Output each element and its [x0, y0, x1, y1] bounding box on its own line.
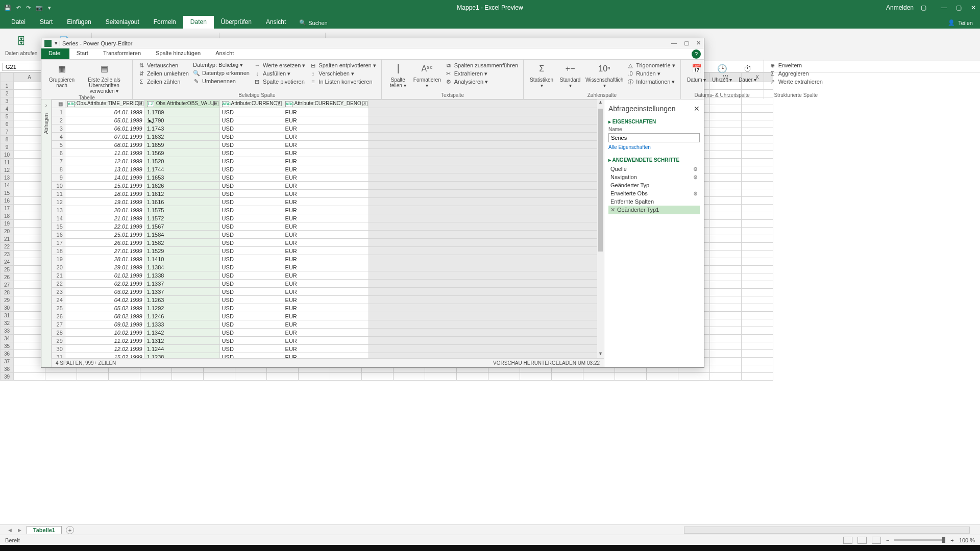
- pq-cell[interactable]: 13.01.1999: [65, 165, 144, 173]
- pq-cell[interactable]: USD: [219, 345, 283, 353]
- pq-row-number[interactable]: 7: [52, 157, 65, 165]
- excel-cell[interactable]: [710, 197, 742, 205]
- pq-cell[interactable]: EUR: [283, 173, 369, 182]
- pq-cell[interactable]: USD: [219, 280, 283, 288]
- pq-column-header[interactable]: ABCObs.Attribute:TIME_PERIOD▾: [65, 100, 144, 108]
- pq-cell[interactable]: EUR: [283, 141, 369, 149]
- pq-maximize-icon[interactable]: ▢: [684, 40, 689, 46]
- pq-cell[interactable]: 1.1246: [144, 312, 219, 320]
- excel-row-header[interactable]: 1: [1, 82, 14, 90]
- excel-tab-datei[interactable]: Datei: [4, 16, 33, 29]
- pq-cell[interactable]: EUR: [283, 108, 369, 116]
- excel-cell[interactable]: [552, 373, 583, 381]
- pq-query-pane-collapsed[interactable]: › Abfragen: [41, 99, 52, 367]
- excel-cell[interactable]: [710, 358, 742, 365]
- view-layout-button[interactable]: [857, 537, 867, 544]
- excel-cell[interactable]: [742, 342, 773, 350]
- pq-cell[interactable]: USD: [219, 231, 283, 239]
- minimize-icon[interactable]: —: [941, 4, 947, 11]
- excel-cell[interactable]: [742, 166, 773, 174]
- pq-row-number[interactable]: 27: [52, 320, 65, 329]
- pq-cell[interactable]: USD: [219, 157, 283, 165]
- excel-cell[interactable]: [710, 365, 742, 373]
- pq-cell[interactable]: 1.1582: [144, 239, 219, 247]
- excel-cell[interactable]: [742, 205, 773, 212]
- pq-cell[interactable]: USD: [219, 263, 283, 271]
- excel-cell[interactable]: [520, 373, 552, 381]
- unpivot-button[interactable]: ⊟Spalten entpivotieren ▾: [309, 62, 376, 69]
- pq-cell[interactable]: 02.02.1999: [65, 280, 144, 288]
- excel-row-header[interactable]: 14: [1, 182, 14, 189]
- excel-tab-daten[interactable]: Daten: [183, 16, 214, 29]
- pq-cell[interactable]: EUR: [283, 255, 369, 263]
- pq-close-icon[interactable]: ✕: [696, 40, 701, 46]
- trig-button[interactable]: △Trigonometrie ▾: [627, 62, 675, 69]
- excel-row-header[interactable]: 6: [1, 120, 14, 128]
- excel-cell[interactable]: [710, 205, 742, 212]
- pq-cell[interactable]: EUR: [283, 222, 369, 231]
- pq-data-grid[interactable]: ▦ABCObs.Attribute:TIME_PERIOD▾1.2Obs.Att…: [52, 99, 604, 358]
- format-button[interactable]: AˢᶜFormatieren ▾: [413, 62, 441, 88]
- pq-help-icon[interactable]: ?: [692, 49, 701, 59]
- zoom-in-button[interactable]: +: [950, 537, 953, 543]
- pq-cell[interactable]: EUR: [283, 280, 369, 288]
- pq-cell[interactable]: EUR: [283, 239, 369, 247]
- parse-button[interactable]: ⚙Analysieren ▾: [445, 78, 518, 85]
- pq-cell[interactable]: 1.1292: [144, 304, 219, 312]
- excel-row-header[interactable]: 18: [1, 212, 14, 220]
- pq-cell[interactable]: USD: [219, 190, 283, 198]
- excel-cell[interactable]: [394, 373, 425, 381]
- pq-cell[interactable]: EUR: [283, 320, 369, 329]
- excel-cell[interactable]: [742, 273, 773, 281]
- split-column-button[interactable]: ⎮Spalte teilen ▾: [387, 62, 409, 88]
- pq-cell[interactable]: EUR: [283, 149, 369, 157]
- pq-cell[interactable]: 1.1569: [144, 149, 219, 157]
- excel-cell[interactable]: [742, 358, 773, 365]
- pq-cell[interactable]: 08.01.1999: [65, 141, 144, 149]
- sheet-prev-icon[interactable]: ◄: [7, 527, 13, 533]
- pq-cell[interactable]: 10.02.1999: [65, 329, 144, 337]
- excel-cell[interactable]: [710, 296, 742, 304]
- pq-row-number[interactable]: 19: [52, 255, 65, 263]
- query-name-input[interactable]: [608, 133, 700, 142]
- pq-row-number[interactable]: 18: [52, 247, 65, 255]
- excel-cell[interactable]: [710, 220, 742, 228]
- excel-tab-einfügen[interactable]: Einfügen: [60, 16, 98, 29]
- pq-cell[interactable]: 28.01.1999: [65, 255, 144, 263]
- count-rows-button[interactable]: ΣZeilen zählen: [138, 78, 189, 85]
- pq-row-number[interactable]: 29: [52, 337, 65, 345]
- pq-cell[interactable]: 11.01.1999: [65, 149, 144, 157]
- pq-minimize-icon[interactable]: —: [671, 40, 677, 46]
- pq-cell[interactable]: USD: [219, 165, 283, 173]
- excel-cell[interactable]: [742, 319, 773, 327]
- excel-cell[interactable]: [742, 120, 773, 128]
- excel-row-header[interactable]: 12: [1, 166, 14, 174]
- horizontal-scrollbar[interactable]: [684, 527, 970, 534]
- pq-cell[interactable]: 07.01.1999: [65, 133, 144, 141]
- pq-cell[interactable]: 05.01.1999: [65, 116, 144, 124]
- pq-row-number[interactable]: 23: [52, 288, 65, 296]
- excel-cell[interactable]: [140, 373, 172, 381]
- excel-cell[interactable]: [710, 273, 742, 281]
- pq-row-number[interactable]: 26: [52, 312, 65, 320]
- excel-cell[interactable]: [710, 235, 742, 243]
- pq-cell[interactable]: 11.02.1999: [65, 337, 144, 345]
- pq-row-number[interactable]: 11: [52, 190, 65, 198]
- excel-tab-ansicht[interactable]: Ansicht: [259, 16, 293, 29]
- excel-row-header[interactable]: 4: [1, 105, 14, 113]
- name-box[interactable]: [2, 63, 46, 71]
- excel-cell[interactable]: [710, 105, 742, 113]
- pq-row-number[interactable]: 1: [52, 108, 65, 116]
- excel-row-header[interactable]: 37: [1, 358, 14, 365]
- excel-cell[interactable]: [710, 143, 742, 151]
- pq-row-number[interactable]: 25: [52, 304, 65, 312]
- step-gear-icon[interactable]: ⚙: [693, 166, 698, 172]
- pq-cell[interactable]: USD: [219, 108, 283, 116]
- pq-row-number[interactable]: 20: [52, 263, 65, 271]
- pq-cell[interactable]: 1.1632: [144, 133, 219, 141]
- pq-cell[interactable]: USD: [219, 255, 283, 263]
- scientific-button[interactable]: 10ⁿWissenschaftlich ▾: [586, 62, 623, 88]
- excel-cell[interactable]: [742, 373, 773, 381]
- excel-cell[interactable]: [710, 312, 742, 319]
- fill-button[interactable]: ↓Ausfüllen ▾: [254, 70, 305, 77]
